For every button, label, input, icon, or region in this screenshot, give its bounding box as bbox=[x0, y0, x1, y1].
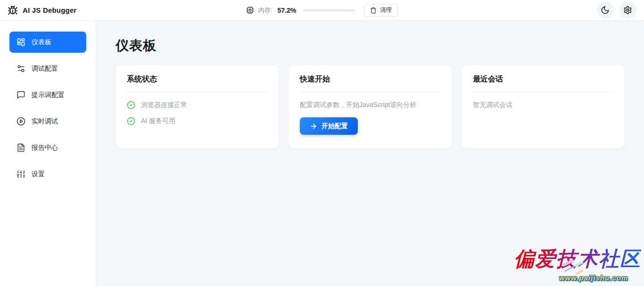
chat-bubble-icon bbox=[17, 90, 25, 99]
page-title: 仪表板 bbox=[116, 37, 644, 55]
start-config-button-label: 开始配置 bbox=[322, 122, 348, 131]
recent-sessions-card: 最近会话 暂无调试会话 bbox=[462, 65, 625, 148]
header-brand: AI JS Debugger bbox=[8, 5, 163, 16]
app-header: AI JS Debugger 内存: 57.2% 清理 bbox=[0, 0, 644, 21]
dashboard-cards: 系统状态 浏览器连接正常 AI 服务可用 bbox=[116, 65, 625, 148]
status-row-ai-service: AI 服务可用 bbox=[127, 117, 267, 125]
sliders-icon bbox=[17, 64, 25, 73]
sidebar-item-debug-config[interactable]: 调试配置 bbox=[9, 58, 86, 79]
divider bbox=[127, 91, 267, 92]
check-circle-icon bbox=[127, 101, 135, 109]
bug-icon bbox=[8, 5, 18, 16]
sidebar-item-label: 仪表板 bbox=[32, 38, 51, 47]
card-title: 系统状态 bbox=[127, 74, 267, 84]
start-config-button[interactable]: 开始配置 bbox=[300, 117, 358, 135]
memory-monitor: 内存: 57.2% 清理 bbox=[246, 4, 398, 16]
sidebar-item-label: 提示词配置 bbox=[32, 91, 65, 99]
sidebar-item-report-center[interactable]: 报告中心 bbox=[9, 137, 86, 158]
memory-value: 57.2% bbox=[277, 7, 296, 14]
sidebar-item-label: 设置 bbox=[32, 170, 45, 179]
moon-icon bbox=[601, 6, 610, 15]
sidebar-item-label: 实时调试 bbox=[32, 117, 58, 126]
sidebar-item-label: 报告中心 bbox=[32, 144, 58, 152]
memory-progress-bar bbox=[303, 9, 355, 12]
trash-icon bbox=[370, 7, 377, 14]
status-row-browser: 浏览器连接正常 bbox=[127, 101, 267, 109]
memory-label: 内存: bbox=[258, 6, 272, 15]
system-status-card: 系统状态 浏览器连接正常 AI 服务可用 bbox=[116, 65, 279, 148]
arrow-right-icon bbox=[310, 123, 317, 130]
header-actions bbox=[481, 2, 636, 19]
recent-sessions-empty-text: 暂无调试会话 bbox=[473, 101, 613, 109]
quick-start-description: 配置调试参数，开始JavaScript逆向分析 bbox=[300, 101, 440, 109]
divider bbox=[473, 91, 613, 92]
sidebar-item-settings[interactable]: 设置 bbox=[9, 163, 86, 185]
check-circle-icon bbox=[127, 117, 135, 125]
quick-start-card: 快速开始 配置调试参数，开始JavaScript逆向分析 开始配置 bbox=[289, 65, 452, 148]
divider bbox=[300, 91, 440, 92]
cpu-chip-icon bbox=[246, 6, 254, 14]
card-title: 快速开始 bbox=[300, 74, 440, 84]
sidebar-item-dashboard[interactable]: 仪表板 bbox=[9, 32, 86, 53]
status-text: AI 服务可用 bbox=[141, 117, 175, 125]
clean-memory-button[interactable]: 清理 bbox=[364, 4, 398, 16]
status-text: 浏览器连接正常 bbox=[141, 101, 187, 109]
sidebar-item-live-debug[interactable]: 实时调试 bbox=[9, 111, 86, 132]
settings-button[interactable] bbox=[619, 2, 636, 19]
clean-button-label: 清理 bbox=[380, 6, 392, 14]
settings-sliders-icon bbox=[17, 170, 25, 179]
dark-mode-toggle[interactable] bbox=[597, 2, 614, 19]
play-circle-icon bbox=[17, 117, 25, 126]
sidebar-item-label: 调试配置 bbox=[32, 65, 58, 73]
sidebar-item-prompt-config[interactable]: 提示词配置 bbox=[9, 84, 86, 106]
app-title: AI JS Debugger bbox=[23, 6, 77, 14]
sidebar: 仪表板 调试配置 提示词配置 实时调试 报告中心 bbox=[0, 21, 96, 286]
card-title: 最近会话 bbox=[473, 74, 613, 84]
main-content: 仪表板 系统状态 浏览器连接正常 bbox=[96, 21, 644, 286]
gear-icon bbox=[623, 6, 632, 15]
report-document-icon bbox=[17, 143, 25, 152]
dashboard-icon bbox=[17, 38, 25, 47]
